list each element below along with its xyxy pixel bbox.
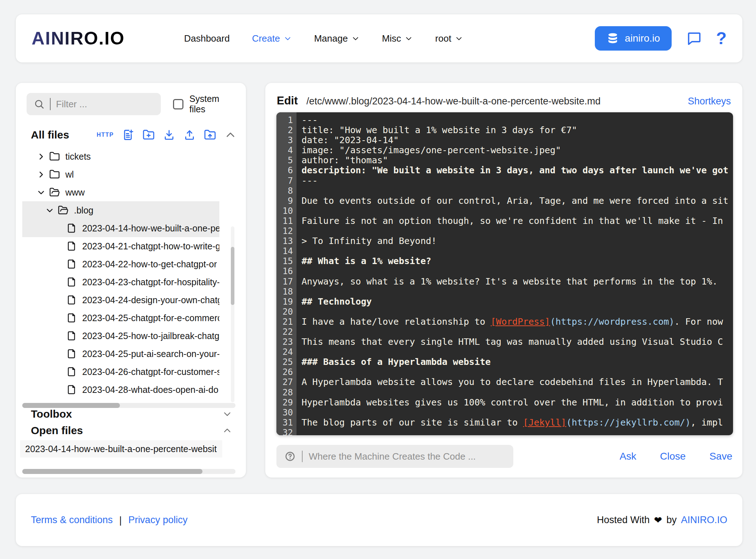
file-icon (66, 330, 77, 341)
open-files-horizontal-scrollbar[interactable] (22, 469, 235, 474)
code-line: date: "2023-04-14" (302, 135, 733, 145)
all-files-header: All files HTTP (31, 129, 237, 141)
code-line: image: "/assets/images/one-percent-websi… (302, 145, 733, 155)
tree-file-2023-04-25-chatgpt-for-e-commerc[interactable]: 2023-04-25-chatgpt-for-e-commerc (22, 309, 219, 327)
line-number: 30 (276, 408, 293, 418)
tree-file-2023-04-25-how-to-jailbreak-chatg[interactable]: 2023-04-25-how-to-jailbreak-chatg (22, 327, 219, 345)
line-number: 19 (276, 297, 293, 307)
help-icon[interactable]: ? (716, 30, 727, 47)
tree-file-2023-04-28-what-does-open-ai-do[interactable]: 2023-04-28-what-does-open-ai-do (22, 381, 219, 399)
open-files-section[interactable]: Open files (31, 424, 232, 437)
nav-misc[interactable]: Misc (382, 33, 413, 44)
tree-label: .blog (74, 205, 93, 216)
hosted-middle: by (666, 515, 677, 526)
code-lines: ---title: "How we built a 1% website in … (297, 112, 733, 435)
new-folder-icon[interactable] (143, 129, 155, 141)
editor-panel: Edit /etc/www/.blog/2023-04-14-how-we-bu… (265, 83, 742, 478)
code-line (302, 206, 733, 216)
line-number: 31 (276, 418, 293, 428)
search-icon (34, 99, 45, 109)
tree-file-2023-04-24-design-your-own-chatg[interactable]: 2023-04-24-design-your-own-chatg (22, 291, 219, 309)
tree-file-2023-04-14-how-we-built-a-one-pe[interactable]: 2023-04-14-how-we-built-a-one-pe (22, 219, 219, 237)
tree-folder-.blog[interactable]: .blog (22, 201, 219, 219)
tree-file-2023-04-25-put-ai-search-on-your-[interactable]: 2023-04-25-put-ai-search-on-your- (22, 345, 219, 363)
nav-root[interactable]: root (435, 33, 463, 44)
chevron-right-icon[interactable] (37, 152, 46, 161)
toolbox-heading: Toolbox (31, 408, 72, 420)
editor-header: Edit /etc/www/.blog/2023-04-14-how-we-bu… (277, 94, 731, 107)
tree-folder-www[interactable]: www (22, 183, 219, 201)
terms-link[interactable]: Terms & conditions (31, 515, 113, 526)
tree-label: 2023-04-26-chatgpt-for-customer-s (82, 367, 219, 377)
scrollbar-thumb[interactable] (22, 403, 120, 408)
file-icon (66, 348, 77, 359)
line-number: 15 (276, 256, 293, 266)
ask-button[interactable]: Ask (620, 451, 636, 462)
code-line (302, 246, 733, 256)
tree-vertical-scrollbar[interactable] (231, 247, 234, 305)
code-line: --- (302, 176, 733, 186)
machine-prompt-input[interactable]: Where the Machine Creates the Code ... (276, 445, 513, 468)
chevron-down-icon[interactable] (222, 409, 232, 419)
save-button[interactable]: Save (709, 451, 732, 462)
file-explorer-panel: Filter ... System files All files HTTP t… (16, 83, 246, 478)
file-icon (66, 366, 77, 377)
tree-folder-wl[interactable]: wl (22, 165, 219, 183)
tree-label: 2023-04-23-chatgpt-for-hospitality- (82, 277, 219, 287)
tree-horizontal-scrollbar[interactable] (22, 403, 235, 408)
line-number: 9 (276, 196, 293, 206)
system-files-checkbox[interactable] (173, 99, 183, 109)
filter-input[interactable]: Filter ... (27, 93, 161, 115)
code-line: --- (302, 115, 733, 125)
chevron-down-icon[interactable] (45, 206, 54, 215)
code-line (302, 307, 733, 317)
account-button[interactable]: ainiro.io (595, 26, 672, 51)
close-button[interactable]: Close (660, 451, 686, 462)
code-editor[interactable]: 1234567891011121314151617181920212223242… (276, 112, 733, 435)
folder-icon (49, 169, 60, 180)
file-path: /etc/www/.blog/2023-04-14-how-we-built-a… (307, 96, 601, 107)
ainiro-link[interactable]: AINIRO.IO (681, 515, 727, 526)
code-line: Failure is not an option though, so we'r… (302, 216, 733, 226)
scrollbar-thumb[interactable] (22, 469, 202, 474)
footer-links: Terms & conditions | Privacy policy (31, 515, 187, 526)
download-file-icon[interactable] (163, 129, 175, 141)
tree-file-2023-04-26-chatgpt-for-customer-s[interactable]: 2023-04-26-chatgpt-for-customer-s (22, 363, 219, 381)
filter-row: Filter ... System files (27, 93, 237, 115)
tree-folder-tickets[interactable]: tickets (22, 147, 219, 165)
nav-manage[interactable]: Manage (314, 33, 360, 44)
shortkeys-link[interactable]: Shortkeys (688, 96, 731, 107)
tree-file-2023-04-21-chatgpt-how-to-write-g[interactable]: 2023-04-21-chatgpt-how-to-write-g (22, 237, 219, 255)
file-icon (66, 384, 77, 395)
new-file-icon[interactable] (122, 129, 134, 141)
toolbox-section[interactable]: Toolbox (31, 408, 232, 420)
code-line: Anyways, so what is a 1% website? It's a… (302, 277, 733, 287)
code-line (302, 367, 733, 377)
page-footer: Terms & conditions | Privacy policy Host… (16, 494, 742, 546)
nav-dashboard[interactable]: Dashboard (184, 33, 230, 44)
upload-folder-icon[interactable] (204, 129, 216, 141)
tree-file-2023-04-22-how-to-get-chatgpt-or[interactable]: 2023-04-22-how-to-get-chatgpt-or (22, 255, 219, 273)
tree-label: wl (65, 169, 74, 180)
http-endpoints-button[interactable]: HTTP (97, 132, 114, 138)
chat-bubble-icon[interactable] (686, 30, 702, 46)
chevron-right-icon[interactable] (37, 170, 46, 179)
collapse-files-icon[interactable] (224, 129, 237, 141)
line-number: 17 (276, 277, 293, 287)
open-file-item[interactable]: 2023-04-14-how-we-built-a-one-percente-w… (20, 440, 222, 457)
tree-file-2023-04-23-chatgpt-for-hospitality-[interactable]: 2023-04-23-chatgpt-for-hospitality- (22, 273, 219, 291)
app-logo[interactable]: AINIRO.IO (32, 28, 125, 49)
tree-label: 2023-04-25-how-to-jailbreak-chatg (82, 331, 219, 341)
chevron-up-icon[interactable] (222, 426, 232, 436)
chevron-down-icon[interactable] (37, 188, 46, 197)
nav-create[interactable]: Create (252, 33, 292, 44)
system-files-toggle[interactable]: System files (173, 94, 237, 114)
line-number: 21 (276, 317, 293, 327)
upload-file-icon[interactable] (183, 129, 196, 141)
code-line: title: "How we built a 1% website in 3 d… (302, 125, 733, 135)
line-number: 7 (276, 176, 293, 186)
code-line: > To Infinity and Beyond! (302, 236, 733, 246)
chevron-down-icon (351, 34, 360, 43)
privacy-link[interactable]: Privacy policy (128, 515, 187, 526)
code-line (302, 186, 733, 196)
